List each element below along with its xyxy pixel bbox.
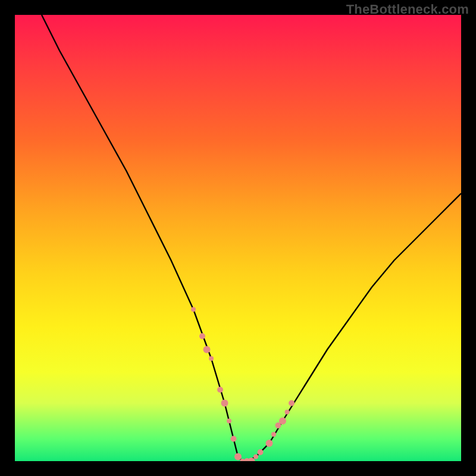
highlight-dot xyxy=(289,400,295,406)
highlight-dot xyxy=(221,400,228,407)
highlight-dot xyxy=(203,346,211,353)
highlight-dots xyxy=(191,307,295,461)
highlight-dot xyxy=(199,333,205,339)
highlight-dot xyxy=(209,356,214,361)
bottleneck-curve xyxy=(42,15,461,461)
highlight-dot xyxy=(234,453,242,461)
highlight-dot xyxy=(227,419,231,424)
highlight-dot xyxy=(266,440,273,447)
chart-frame xyxy=(15,15,461,461)
highlight-dot xyxy=(285,410,290,415)
highlight-dot xyxy=(217,387,223,393)
highlight-dot xyxy=(253,455,258,459)
highlight-dot xyxy=(279,418,286,425)
highlight-dot xyxy=(258,449,264,455)
highlight-dot xyxy=(191,307,196,312)
bottleneck-curve-svg xyxy=(15,15,461,461)
watermark-text: TheBottleneck.com xyxy=(346,2,469,17)
highlight-dot xyxy=(271,432,276,437)
highlight-dot xyxy=(231,436,237,442)
